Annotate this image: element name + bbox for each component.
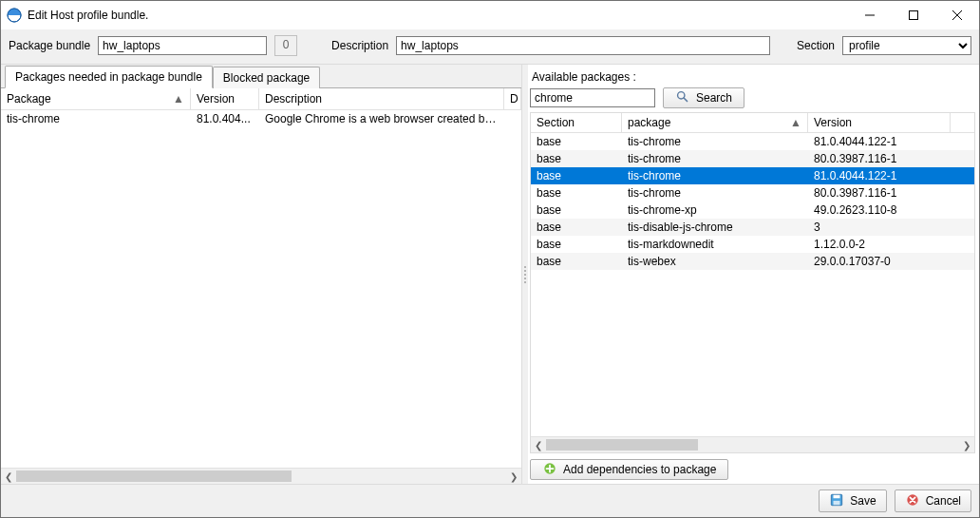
add-row: Add dependencies to package [530,453,975,480]
package-count-box: 0 [274,35,297,56]
close-button[interactable] [935,1,979,29]
available-grid: Section package ▲ Version basetis-chrome… [530,112,975,453]
footer: Save Cancel [1,484,979,517]
table-row[interactable]: tis-chrome81.0.404...Google Chrome is a … [1,110,521,127]
cancel-button[interactable]: Cancel [895,489,971,512]
table-row[interactable]: basetis-markdownedit1.12.0.0-2 [531,236,974,253]
tabs: Packages needed in package bundle Blocke… [1,65,521,88]
cancel-icon [905,493,920,508]
col-version[interactable]: Version [191,88,259,109]
table-row[interactable]: basetis-chrome80.0.3987.116-1 [531,184,974,201]
section-label: Section [797,39,835,52]
table-row[interactable]: basetis-chrome-xp49.0.2623.110-8 [531,201,974,219]
app-icon [7,8,22,23]
section-select[interactable]: profile [842,36,971,55]
available-packages-label: Available packages : [530,68,975,87]
svg-rect-7 [834,501,840,505]
tab-needed[interactable]: Packages needed in package bundle [5,66,213,88]
cancel-button-label: Cancel [926,494,961,508]
add-dependencies-button[interactable]: Add dependencies to package [530,459,728,480]
search-button-label: Search [696,91,732,105]
package-bundle-label: Package bundle [9,39,90,52]
right-panel: Available packages : Search Section pack… [528,65,979,484]
sort-asc-icon: ▲ [790,116,801,129]
col-package-r-label: package [628,116,670,129]
left-hscrollbar[interactable]: ❮ ❯ [1,468,521,484]
svg-rect-6 [834,495,840,499]
col-extra[interactable]: D [504,88,521,109]
save-button-label: Save [850,494,876,508]
description-input[interactable] [396,36,770,55]
package-bundle-input[interactable] [98,36,267,55]
scroll-left-icon[interactable]: ❮ [531,437,546,452]
table-row[interactable]: basetis-chrome81.0.4044.122-1 [531,167,974,184]
search-row: Search [530,87,975,108]
left-panel: Packages needed in package bundle Blocke… [1,65,522,484]
table-row[interactable]: basetis-chrome81.0.4044.122-1 [531,133,974,150]
sort-asc-icon: ▲ [173,92,184,106]
table-row[interactable]: basetis-disable-js-chrome3 [531,219,974,236]
tab-blocked[interactable]: Blocked package [213,67,320,88]
titlebar: Edit Host profile bundle. [1,1,979,29]
col-package[interactable]: Package ▲ [1,88,191,109]
needed-grid: Package ▲ Version Description D tis-chro… [1,88,521,484]
content: Packages needed in package bundle Blocke… [1,65,979,484]
col-package-label: Package [7,92,51,106]
minimize-button[interactable] [848,1,892,29]
col-section[interactable]: Section [531,113,622,132]
col-package-r[interactable]: package ▲ [622,113,808,132]
available-grid-body: basetis-chrome81.0.4044.122-1basetis-chr… [531,133,974,436]
scroll-right-icon[interactable]: ❯ [959,437,974,452]
scroll-right-icon[interactable]: ❯ [506,469,521,484]
add-dependencies-label: Add dependencies to package [563,463,716,476]
table-row[interactable]: basetis-chrome80.0.3987.116-1 [531,150,974,167]
available-grid-header: Section package ▲ Version [531,113,974,133]
table-row[interactable]: basetis-webex29.0.0.17037-0 [531,253,974,270]
needed-grid-header: Package ▲ Version Description D [1,88,521,110]
search-input[interactable] [530,88,655,107]
svg-rect-2 [910,11,918,20]
window-title: Edit Host profile bundle. [28,9,148,22]
right-hscrollbar[interactable]: ❮ ❯ [531,436,974,452]
plus-icon [542,462,557,477]
search-icon [675,90,690,106]
window: Edit Host profile bundle. Package bundle… [0,0,980,518]
save-icon [829,493,844,508]
col-description[interactable]: Description [259,88,504,109]
scroll-left-icon[interactable]: ❮ [1,469,16,484]
col-version-r[interactable]: Version [808,113,951,132]
needed-grid-body: tis-chrome81.0.404...Google Chrome is a … [1,110,521,468]
fields-row: Package bundle 0 Description Section pro… [1,29,979,65]
save-button[interactable]: Save [819,489,886,512]
search-button[interactable]: Search [663,87,744,108]
maximize-button[interactable] [892,1,935,29]
description-label: Description [331,39,388,52]
